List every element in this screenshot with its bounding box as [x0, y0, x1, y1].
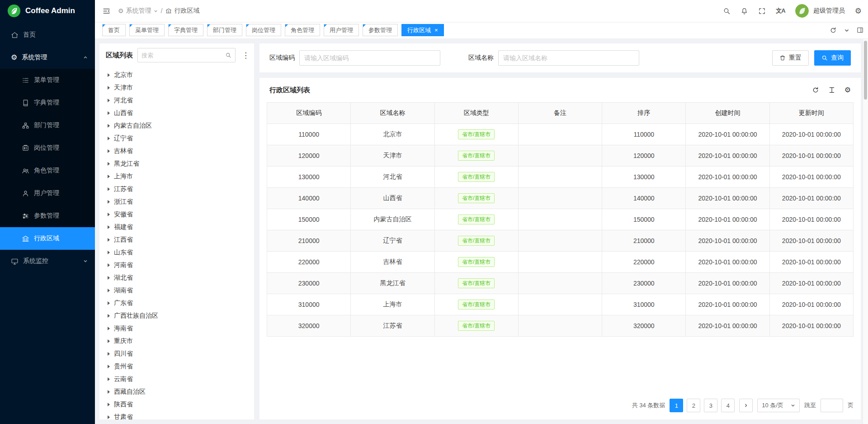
page-size-select[interactable]: 10 条/页 [757, 399, 800, 412]
tree-item[interactable]: 贵州省 [99, 360, 254, 373]
tree-item[interactable]: 江苏省 [99, 183, 254, 195]
caret-right-icon[interactable] [108, 149, 110, 153]
tree-item[interactable]: 云南省 [99, 373, 254, 386]
tree-item[interactable]: 河北省 [99, 94, 254, 107]
tab[interactable]: 菜单管理 [129, 24, 165, 36]
tree-item[interactable]: 天津市 [99, 81, 254, 94]
table-row[interactable]: 220000 吉林省 省市/直辖市 220000 2020-10-01 00:0… [267, 252, 854, 273]
caret-right-icon[interactable] [108, 365, 110, 368]
caret-right-icon[interactable] [108, 162, 110, 166]
search-icon[interactable] [225, 52, 231, 58]
caret-right-icon[interactable] [108, 137, 110, 140]
breadcrumb-parent[interactable]: ⚙ 系统管理 [118, 7, 158, 15]
caret-right-icon[interactable] [108, 263, 110, 267]
caret-right-icon[interactable] [108, 276, 110, 280]
layout-panel-icon[interactable] [857, 27, 863, 33]
tree-item[interactable]: 海南省 [99, 322, 254, 335]
caret-right-icon[interactable] [108, 289, 110, 292]
table-row[interactable]: 110000 北京市 省市/直辖市 110000 2020-10-01 00:0… [267, 124, 854, 145]
query-button[interactable]: 查询 [814, 50, 851, 66]
tree-item[interactable]: 黑龙江省 [99, 157, 254, 170]
caret-right-icon[interactable] [108, 86, 110, 90]
more-options-icon[interactable]: ⋮ [240, 51, 251, 60]
page-scrollbar[interactable] [863, 39, 868, 424]
page-number-button[interactable]: 3 [704, 399, 717, 412]
caret-right-icon[interactable] [108, 352, 110, 356]
table-row[interactable]: 210000 辽宁省 省市/直辖市 210000 2020-10-01 00:0… [267, 230, 854, 252]
tree-item[interactable]: 山西省 [99, 107, 254, 119]
tree-item[interactable]: 内蒙古自治区 [99, 119, 254, 132]
table-row[interactable]: 310000 上海市 省市/直辖市 310000 2020-10-01 00:0… [267, 294, 854, 315]
caret-right-icon[interactable] [108, 314, 110, 318]
caret-right-icon[interactable] [108, 225, 110, 229]
caret-right-icon[interactable] [108, 403, 110, 406]
caret-right-icon[interactable] [108, 99, 110, 102]
sidebar-item-region[interactable]: 行政区域 [0, 227, 95, 250]
column-height-icon[interactable] [828, 86, 835, 94]
page-number-button[interactable]: 4 [721, 399, 735, 412]
sidebar-item-menu-mgmt[interactable]: 菜单管理 [0, 69, 95, 91]
fullscreen-icon[interactable] [758, 7, 766, 15]
table-row[interactable]: 320000 江苏省 省市/直辖市 320000 2020-10-01 00:0… [267, 315, 854, 337]
table-row[interactable]: 230000 黑龙江省 省市/直辖市 230000 2020-10-01 00:… [267, 273, 854, 294]
sidebar-group-system[interactable]: ⚙ 系统管理 [0, 46, 95, 69]
tab[interactable]: 角色管理 [285, 24, 320, 36]
bell-icon[interactable] [741, 7, 748, 15]
caret-right-icon[interactable] [108, 377, 110, 381]
tree-item[interactable]: 广西壮族自治区 [99, 310, 254, 322]
tab[interactable]: 部门管理 [207, 24, 242, 36]
table-settings-gear-icon[interactable]: ⚙ [844, 86, 851, 94]
sidebar-item-role-mgmt[interactable]: 角色管理 [0, 159, 95, 182]
caret-right-icon[interactable] [108, 339, 110, 343]
tree-item[interactable]: 重庆市 [99, 335, 254, 348]
caret-right-icon[interactable] [108, 327, 110, 330]
caret-right-icon[interactable] [108, 73, 110, 77]
app-logo[interactable]: Coffee Admin [0, 0, 95, 22]
caret-right-icon[interactable] [108, 251, 110, 254]
table-row[interactable]: 150000 内蒙古自治区 省市/直辖市 150000 2020-10-01 0… [267, 209, 854, 230]
caret-right-icon[interactable] [108, 175, 110, 178]
translate-icon[interactable]: 文A [776, 7, 785, 15]
caret-right-icon[interactable] [108, 213, 110, 216]
region-name-input[interactable] [498, 50, 639, 66]
tab[interactable]: 字典管理 [168, 24, 203, 36]
table-row[interactable]: 130000 河北省 省市/直辖市 130000 2020-10-01 00:0… [267, 167, 854, 188]
tree-item[interactable]: 湖南省 [99, 284, 254, 297]
tree-item[interactable]: 甘肃省 [99, 411, 254, 419]
tree-item[interactable]: 福建省 [99, 221, 254, 233]
next-page-button[interactable] [739, 399, 753, 412]
refresh-icon[interactable] [830, 27, 837, 34]
tree-item[interactable]: 山东省 [99, 246, 254, 259]
tree-item[interactable]: 吉林省 [99, 145, 254, 157]
tree-item[interactable]: 安徽省 [99, 208, 254, 221]
scrollbar-thumb[interactable] [864, 41, 867, 100]
sidebar-item-param-mgmt[interactable]: 参数管理 [0, 205, 95, 227]
tab-close-icon[interactable]: × [434, 27, 438, 33]
tree-item[interactable]: 四川省 [99, 348, 254, 360]
tab[interactable]: 用户管理 [324, 24, 359, 36]
tree-item[interactable]: 陕西省 [99, 398, 254, 411]
current-user-name[interactable]: 超级管理员 [813, 7, 845, 15]
avatar[interactable] [795, 4, 809, 18]
refresh-icon[interactable] [812, 86, 819, 94]
tab[interactable]: 岗位管理 [246, 24, 281, 36]
tree-item[interactable]: 辽宁省 [99, 132, 254, 145]
menu-fold-icon[interactable] [102, 7, 111, 15]
tree-item[interactable]: 浙江省 [99, 195, 254, 208]
sidebar-group-monitor[interactable]: 系统监控 [0, 250, 95, 272]
reset-button[interactable]: 重置 [772, 50, 809, 66]
caret-right-icon[interactable] [108, 187, 110, 191]
caret-right-icon[interactable] [108, 390, 110, 394]
tree-item[interactable]: 江西省 [99, 233, 254, 246]
page-number-button[interactable]: 2 [687, 399, 700, 412]
table-row[interactable]: 120000 天津市 省市/直辖市 120000 2020-10-01 00:0… [267, 145, 854, 167]
tab[interactable]: 行政区域 × [401, 24, 444, 36]
caret-right-icon[interactable] [108, 111, 110, 115]
tree-item[interactable]: 西藏自治区 [99, 386, 254, 398]
region-search-input[interactable] [142, 52, 225, 59]
tab[interactable]: 首页 [102, 24, 126, 36]
region-code-input[interactable] [299, 50, 440, 66]
tree-item[interactable]: 湖北省 [99, 272, 254, 284]
tree-item[interactable]: 北京市 [99, 69, 254, 81]
page-number-button[interactable]: 1 [670, 399, 683, 412]
